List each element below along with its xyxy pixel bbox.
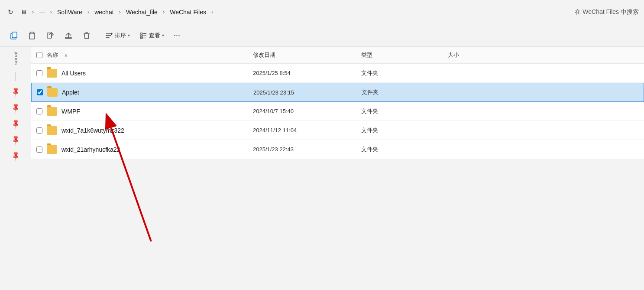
file-area-wrapper: 名称 ∧ 修改日期 类型 大小 All Users [31,47,644,290]
col-header-type: 类型 [356,49,443,61]
more-icon: ··· [174,31,180,40]
address-bar: ↻ 🖥 › ··· › SoftWare › wechat › Wechat_f… [0,0,644,24]
main-area: sonal 📌 📌 📌 📌 📌 名称 ∧ 修改日期 类型 [0,47,644,290]
file-date: 2024/10/7 15:40 [248,105,356,117]
view-chevron: ▾ [162,33,164,38]
file-area: 名称 ∧ 修改日期 类型 大小 All Users [31,47,644,159]
file-date: 2024/11/12 11:04 [248,124,356,136]
sidebar: sonal 📌 📌 📌 📌 📌 [0,47,31,290]
folder-icon [47,145,57,154]
file-checkbox[interactable] [36,147,42,153]
delete-icon [82,31,91,40]
view-button[interactable]: 查看 ▾ [135,29,168,42]
col-header-name: 名称 ∧ [31,49,248,61]
clipboard-button[interactable] [23,29,41,42]
folder-icon [47,126,57,135]
delete-button[interactable] [78,29,95,42]
folder-icon [47,88,58,97]
sort-indicator: ∧ [64,52,68,58]
clipboard-icon [28,31,36,40]
view-label: 查看 [149,32,160,39]
file-checkbox[interactable] [36,108,42,114]
breadcrumb-dots[interactable]: ··· [36,7,47,18]
table-row[interactable]: Applet 2025/1/23 23:15 文件夹 [31,83,644,102]
table-row[interactable]: All Users 2025/1/25 8:54 文件夹 [31,64,644,83]
toolbar-divider1 [98,29,98,42]
sidebar-divider [15,72,16,81]
share-icon [64,31,73,40]
svg-rect-4 [47,33,52,38]
file-size [443,147,644,152]
svg-rect-8 [140,37,142,39]
file-checkbox[interactable] [36,70,42,76]
more-button[interactable]: ··· [169,28,184,42]
rename-icon [46,31,55,40]
col-header-size: 大小 [443,49,644,61]
rename-button[interactable] [42,29,59,42]
file-name-cell: wxid_7a1k6wutymz322 [31,124,248,137]
select-all-checkbox[interactable] [36,52,42,58]
col-header-modified: 修改日期 [248,49,356,61]
sep1: › [31,9,35,15]
sep5: › [162,9,165,15]
file-checkbox[interactable] [36,127,42,134]
file-name: wxid_7a1k6wutymz322 [61,127,124,134]
file-type: 文件夹 [356,143,443,156]
breadcrumb-wechat-files[interactable]: WeChat Files [167,7,209,17]
breadcrumb-wechat[interactable]: wechat [92,7,116,17]
folder-icon [47,69,57,78]
file-name: All Users [61,70,86,77]
file-date: 2025/1/23 23:15 [248,87,356,98]
sort-label: 排序 [115,32,126,39]
file-type: 文件夹 [356,124,443,137]
file-type: 文件夹 [356,67,443,80]
sep2: › [49,9,53,15]
svg-rect-6 [140,33,142,34]
table-row[interactable]: WMPF 2024/10/7 15:40 文件夹 [31,102,644,121]
svg-rect-1 [12,32,17,38]
sep6: › [210,9,214,15]
col-modified-label: 修改日期 [253,51,275,59]
toolbar: 排序 ▾ 查看 ▾ ··· [0,24,644,47]
sidebar-pin-5[interactable]: 📌 [6,147,25,166]
breadcrumb-software[interactable]: SoftWare [55,7,85,17]
search-hint[interactable]: 在 WeChat Files 中搜索 [575,8,639,16]
file-date: 2025/1/23 22:43 [248,143,356,155]
file-name-cell: All Users [31,66,248,80]
computer-icon: 🖥 [18,7,29,17]
file-name-cell: WMPF [31,104,248,118]
file-type: 文件夹 [356,105,443,118]
file-type: 文件夹 [356,86,443,99]
file-name-cell: wxid_21arhynucfka22 [31,143,248,156]
file-size [443,71,644,76]
file-name-cell: Applet [32,85,248,99]
col-name-label: 名称 [47,51,58,59]
file-size [443,128,644,133]
svg-rect-7 [140,35,142,36]
table-row[interactable]: wxid_7a1k6wutymz322 2024/11/12 11:04 文件夹 [31,121,644,140]
file-date: 2025/1/25 8:54 [248,67,356,79]
share-button[interactable] [60,29,77,42]
sort-button[interactable]: 排序 ▾ [101,29,134,42]
view-icon [139,32,147,39]
table-row[interactable]: wxid_21arhynucfka22 2025/1/23 22:43 文件夹 [31,140,644,159]
refresh-button[interactable]: ↻ [5,7,16,18]
file-checkbox[interactable] [37,89,43,95]
col-size-label: 大小 [448,51,459,59]
file-name: wxid_21arhynucfka22 [61,146,120,153]
file-size [443,90,644,95]
col-type-label: 类型 [361,51,372,59]
breadcrumb-wechat-file[interactable]: Wechat_file [123,7,160,17]
file-size [443,109,644,114]
sep3: › [87,9,90,15]
file-name: WMPF [61,108,80,115]
file-name: Applet [62,89,79,96]
sep4: › [118,9,122,15]
sidebar-label: sonal [13,51,18,65]
svg-rect-3 [31,32,33,34]
copy-path-button[interactable] [5,29,23,42]
copy-path-icon [10,31,18,40]
column-headers: 名称 ∧ 修改日期 类型 大小 [31,47,644,64]
sort-chevron: ▾ [128,33,130,38]
folder-icon [47,107,57,116]
